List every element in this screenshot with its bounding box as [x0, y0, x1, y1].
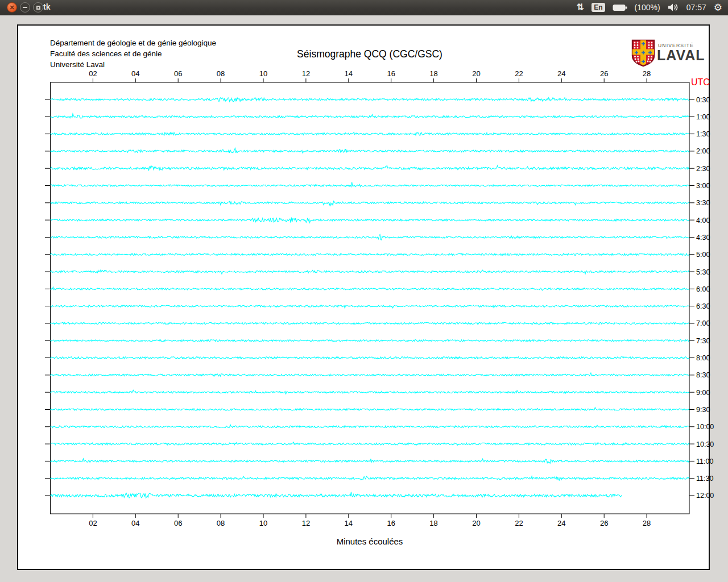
seismo-trace-6:30 — [51, 305, 689, 308]
utc-time-label: 5:30 — [696, 268, 710, 276]
seismo-trace-1:30 — [51, 132, 689, 136]
seismo-trace-4:30 — [51, 235, 689, 240]
x-tick-label-top: 20 — [472, 69, 480, 78]
network-arrows-icon[interactable]: ⇅ — [577, 3, 584, 12]
x-tick-label-bottom: 04 — [131, 519, 139, 527]
window-controls: ✕ — [7, 0, 43, 15]
seismo-trace-2:30 — [51, 165, 689, 171]
plot-border — [51, 82, 690, 514]
seismo-trace-11:00 — [51, 459, 689, 463]
seismo-trace-2:00 — [51, 148, 689, 153]
utc-time-label: 1:30 — [696, 130, 710, 138]
seismo-trace-3:30 — [51, 201, 689, 206]
x-axis-label: Minutes écoulées — [337, 537, 403, 546]
x-tick-label-bottom: 16 — [387, 519, 395, 527]
x-tick-label-bottom: 26 — [600, 519, 608, 527]
utc-time-label: 11:30 — [696, 475, 713, 483]
seismo-trace-10:00 — [51, 425, 689, 428]
seismo-trace-5:00 — [51, 253, 689, 255]
clock-label[interactable]: 07:57 — [686, 3, 706, 12]
x-tick-label-bottom: 02 — [89, 519, 97, 527]
x-tick-label-bottom: 14 — [345, 519, 353, 527]
utc-time-label: 8:00 — [696, 354, 710, 362]
x-tick-label-bottom: 24 — [557, 519, 565, 527]
utc-time-label: 10:00 — [696, 423, 714, 431]
utc-time-label: 10:30 — [696, 440, 714, 448]
utc-time-label: 7:00 — [696, 319, 710, 327]
x-tick-label-bottom: 18 — [429, 519, 437, 527]
x-tick-label-top: 28 — [643, 69, 651, 78]
utc-time-label: 12:00 — [696, 492, 714, 500]
x-tick-label-top: 26 — [600, 69, 608, 78]
seismo-trace-9:30 — [51, 408, 689, 410]
seismo-trace-6:00 — [51, 287, 689, 290]
seismo-trace-9:00 — [51, 390, 689, 394]
minimize-button[interactable] — [20, 2, 30, 13]
utc-time-label: 7:30 — [696, 337, 710, 345]
seismogram-plot: 0202040406060808101012121414161618182020… — [18, 26, 709, 569]
x-tick-label-bottom: 08 — [217, 519, 225, 527]
seismo-trace-8:00 — [51, 357, 689, 359]
system-tray: ⇅ En (100%) 07:57 ⚙ — [577, 0, 722, 15]
utc-time-label: 5:00 — [696, 251, 710, 259]
x-tick-label-top: 24 — [557, 69, 565, 78]
seismo-trace-10:30 — [51, 442, 689, 446]
utc-time-label: 8:30 — [696, 371, 710, 379]
battery-percent-label: (100%) — [635, 3, 660, 12]
x-tick-label-top: 06 — [174, 69, 182, 78]
desktop: ✕ tk ⇅ En (100%) 07:57 — [0, 0, 728, 582]
maximize-button[interactable] — [33, 2, 43, 13]
x-tick-label-top: 22 — [515, 69, 523, 78]
utc-time-label: 6:30 — [696, 302, 710, 310]
volume-icon[interactable] — [668, 3, 679, 11]
utc-axis-label: UTC — [691, 77, 710, 88]
utc-time-label: 9:00 — [696, 389, 710, 397]
close-button[interactable]: ✕ — [7, 2, 17, 13]
seismo-trace-3:00 — [51, 182, 689, 186]
x-tick-label-top: 10 — [259, 69, 267, 78]
x-tick-label-top: 14 — [345, 69, 353, 78]
keyboard-layout-indicator[interactable]: En — [592, 3, 605, 12]
utc-time-label: 4:30 — [696, 234, 710, 242]
seismo-trace-12:00 — [51, 492, 622, 498]
x-tick-label-top: 18 — [429, 69, 437, 78]
x-tick-label-top: 12 — [302, 69, 310, 78]
x-tick-label-bottom: 06 — [174, 519, 182, 527]
seismo-trace-1:00 — [51, 114, 689, 118]
x-tick-label-top: 04 — [131, 69, 139, 78]
x-tick-label-bottom: 22 — [515, 519, 523, 527]
seismo-trace-8:30 — [51, 373, 689, 376]
utc-time-label: 4:00 — [696, 217, 710, 225]
window-titlebar[interactable]: ✕ tk ⇅ En (100%) 07:57 — [0, 0, 728, 15]
x-tick-label-bottom: 20 — [472, 519, 480, 527]
seismo-trace-0:30 — [51, 98, 689, 102]
battery-icon[interactable] — [613, 4, 627, 11]
x-tick-label-top: 16 — [387, 69, 395, 78]
x-tick-label-top: 02 — [89, 69, 97, 78]
x-tick-label-bottom: 10 — [259, 519, 267, 527]
seismograph-window: Département de géologie et de génie géol… — [17, 24, 710, 570]
window-title: tk — [43, 2, 50, 11]
utc-time-label: 0:30 — [696, 96, 710, 104]
seismo-trace-4:00 — [51, 218, 689, 223]
x-tick-label-bottom: 12 — [302, 519, 310, 527]
maximize-icon — [36, 6, 40, 10]
session-gear-icon[interactable]: ⚙ — [714, 3, 722, 13]
utc-time-label: 6:00 — [696, 285, 710, 293]
seismo-trace-11:30 — [51, 476, 689, 480]
x-tick-label-bottom: 28 — [643, 519, 651, 527]
seismo-trace-5:30 — [51, 270, 689, 274]
utc-time-label: 11:00 — [696, 458, 713, 465]
seismo-trace-7:00 — [51, 322, 689, 324]
x-tick-label-top: 08 — [217, 69, 225, 78]
utc-time-label: 2:00 — [696, 147, 710, 155]
utc-time-label: 2:30 — [696, 165, 710, 173]
utc-time-label: 1:00 — [696, 113, 710, 121]
minimize-icon — [23, 7, 27, 8]
close-icon: ✕ — [9, 5, 14, 11]
utc-time-label: 3:00 — [696, 182, 710, 190]
utc-time-label: 9:30 — [696, 406, 710, 414]
seismo-trace-7:30 — [51, 340, 689, 342]
utc-time-label: 3:30 — [696, 199, 710, 207]
